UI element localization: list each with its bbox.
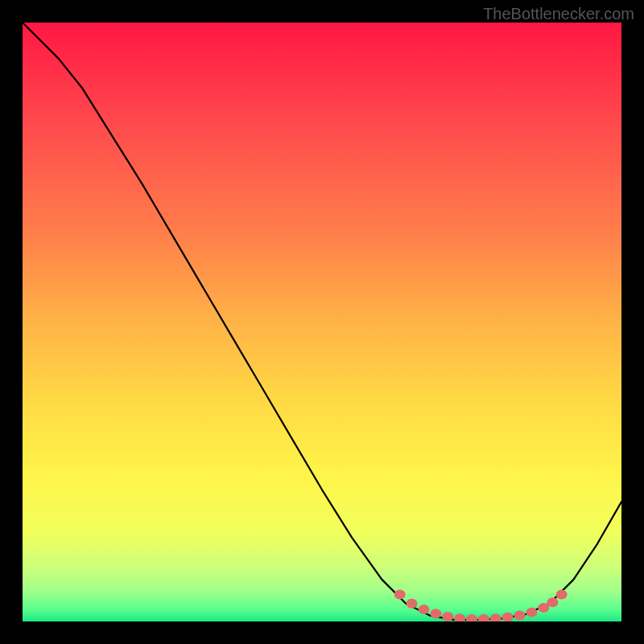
marker-dot <box>466 614 477 621</box>
marker-dot <box>454 613 465 621</box>
watermark-text: TheBottlenecker.com <box>483 5 634 23</box>
chart-curve-layer <box>23 23 621 621</box>
marker-dot <box>407 599 418 609</box>
marker-dot <box>514 611 526 621</box>
marker-dot <box>502 613 514 621</box>
marker-dot <box>394 590 406 600</box>
marker-dot <box>430 609 441 618</box>
marker-dot <box>490 613 502 621</box>
marker-dot <box>526 608 537 617</box>
marker-dot <box>418 605 429 614</box>
marker-dot <box>478 614 489 621</box>
chart-container <box>23 23 621 621</box>
marker-dot <box>547 597 558 607</box>
marker-dot <box>442 612 453 621</box>
marker-dots-group <box>394 590 568 621</box>
bottleneck-curve <box>23 23 621 620</box>
marker-dot <box>556 590 568 600</box>
